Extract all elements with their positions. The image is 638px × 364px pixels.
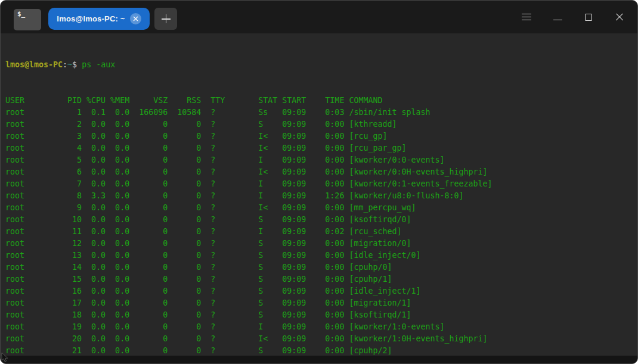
ps-row: root 12 0.0 0.0 0 0 ? S 09:09 0:00 [migr… — [5, 238, 637, 250]
close-icon — [133, 16, 138, 21]
ps-row: root 16 0.0 0.0 0 0 ? S 09:09 0:00 [idle… — [5, 285, 637, 297]
ps-row: root 14 0.0 0.0 0 0 ? S 09:09 0:00 [cpuh… — [5, 262, 637, 273]
prompt-user-host: lmos@lmos-PC — [5, 60, 63, 69]
minimize-icon — [553, 20, 562, 20]
terminal-content[interactable]: lmos@lmos-PC:~$ ps -aux USER PID %CPU %M… — [1, 33, 637, 357]
ps-row: root 10 0.0 0.0 0 0 ? S 09:09 0:00 [ksof… — [5, 214, 637, 226]
maximize-button[interactable] — [573, 1, 604, 33]
tab-title: lmos@lmos-PC: ~ — [57, 14, 125, 23]
prompt-dollar: $ — [72, 60, 82, 69]
tab-terminal[interactable]: lmos@lmos-PC: ~ — [48, 8, 150, 30]
ps-row: root 1 0.1 0.0 166096 10584 ? Ss 09:09 0… — [5, 107, 637, 119]
window-bottom-edge — [1, 356, 637, 363]
ps-row: root 6 0.0 0.0 0 0 ? I< 09:09 0:00 [kwor… — [5, 166, 637, 178]
ps-row: root 11 0.0 0.0 0 0 ? I 09:09 0:02 [rcu_… — [5, 226, 637, 238]
tab-close-button[interactable] — [130, 13, 141, 24]
menu-button[interactable] — [511, 1, 542, 33]
prompt-colon: : — [63, 60, 67, 69]
window-controls — [511, 1, 635, 33]
prompt-command: ps -aux — [82, 60, 115, 69]
ps-row: root 3 0.0 0.0 0 0 ? I< 09:09 0:00 [rcu_… — [5, 130, 637, 142]
ps-row: root 21 0.0 0.0 0 0 ? S 09:09 0:00 [cpuh… — [5, 345, 637, 357]
ps-row: root 18 0.0 0.0 0 0 ? S 09:09 0:00 [ksof… — [5, 309, 637, 321]
terminal-window: $_ lmos@lmos-PC: ~ — [0, 0, 638, 364]
close-button[interactable] — [604, 1, 635, 33]
close-icon — [615, 13, 624, 21]
ps-row: root 7 0.0 0.0 0 0 ? I 09:09 0:00 [kwork… — [5, 178, 637, 190]
minimize-button[interactable] — [542, 1, 573, 33]
ps-row: root 5 0.0 0.0 0 0 ? I 09:09 0:00 [kwork… — [5, 154, 637, 166]
mouse-cursor — [1, 353, 8, 362]
ps-row: root 19 0.0 0.0 0 0 ? I 09:09 0:00 [kwor… — [5, 321, 637, 333]
hamburger-icon — [522, 14, 531, 20]
ps-row: root 4 0.0 0.0 0 0 ? I< 09:09 0:00 [rcu_… — [5, 142, 637, 154]
ps-row: root 15 0.0 0.0 0 0 ? S 09:09 0:00 [cpuh… — [5, 273, 637, 285]
ps-output: USER PID %CPU %MEM VSZ RSS TTY STAT STAR… — [5, 95, 637, 357]
ps-row: root 9 0.0 0.0 0 0 ? I< 09:09 0:00 [mm_p… — [5, 202, 637, 214]
ps-row: root 8 3.3 0.0 0 0 ? I 09:09 1:26 [kwork… — [5, 190, 637, 202]
ps-row: root 13 0.0 0.0 0 0 ? S 09:09 0:00 [idle… — [5, 250, 637, 262]
ps-row: root 20 0.0 0.0 0 0 ? I< 09:09 0:00 [kwo… — [5, 333, 637, 345]
titlebar[interactable]: $_ lmos@lmos-PC: ~ — [1, 1, 637, 33]
shell-prompt-line: lmos@lmos-PC:~$ ps -aux — [5, 59, 637, 71]
prompt-path: ~ — [67, 60, 72, 69]
plus-icon — [162, 14, 171, 23]
ps-header-row: USER PID %CPU %MEM VSZ RSS TTY STAT STAR… — [5, 95, 637, 107]
new-tab-button[interactable] — [154, 8, 177, 30]
terminal-app-icon: $_ — [14, 9, 41, 30]
maximize-icon — [585, 14, 592, 21]
ps-row: root 17 0.0 0.0 0 0 ? S 09:09 0:00 [migr… — [5, 297, 637, 309]
ps-row: root 2 0.0 0.0 0 0 ? S 09:09 0:00 [kthre… — [5, 119, 637, 130]
